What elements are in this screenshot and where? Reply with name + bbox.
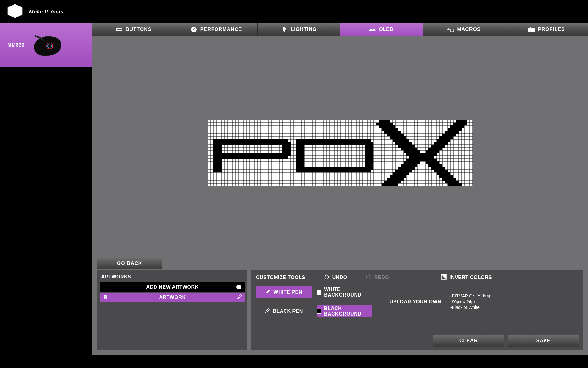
svg-rect-218 <box>233 139 236 142</box>
customize-tools-panel: CUSTOMIZE TOOLS UNDO REDO INVERT COLORS <box>251 270 583 350</box>
svg-rect-276 <box>213 142 216 145</box>
svg-rect-529 <box>406 161 409 164</box>
svg-rect-328 <box>362 142 365 145</box>
svg-rect-273 <box>442 139 445 142</box>
svg-rect-548 <box>401 164 404 167</box>
device-card[interactable]: MM830 <box>0 23 92 67</box>
tab-profiles[interactable]: PROFILES <box>505 23 588 36</box>
svg-rect-442 <box>302 153 304 156</box>
tab-buttons[interactable]: BUTTONS <box>92 23 175 36</box>
redo-icon <box>366 274 371 281</box>
oled-pixel-canvas[interactable] <box>208 120 473 186</box>
black-swatch-icon <box>317 309 321 314</box>
svg-rect-280 <box>224 142 227 145</box>
svg-rect-570 <box>318 167 321 170</box>
svg-rect-651 <box>445 172 448 175</box>
svg-rect-539 <box>213 164 216 167</box>
tab-macros[interactable]: M1 MACROS <box>423 23 506 36</box>
svg-rect-585 <box>360 167 362 170</box>
go-back-button[interactable]: GO BACK <box>97 258 162 269</box>
pencil-icon[interactable] <box>237 294 242 301</box>
svg-rect-511 <box>415 159 417 161</box>
upload-your-own-label[interactable]: UPLOAD YOUR OWN <box>390 299 441 305</box>
svg-rect-537 <box>434 161 437 164</box>
undo-button[interactable]: UNDO <box>324 274 347 281</box>
svg-rect-187 <box>453 131 456 134</box>
svg-rect-608 <box>307 170 310 172</box>
svg-rect-270 <box>406 139 409 142</box>
black-background-button[interactable]: BLACK BACKGROUND <box>317 305 372 317</box>
svg-rect-227 <box>258 139 260 142</box>
svg-rect-642 <box>393 172 395 175</box>
svg-rect-164 <box>456 125 459 128</box>
svg-rect-163 <box>453 125 456 128</box>
svg-rect-557 <box>437 164 439 167</box>
svg-rect-533 <box>417 161 420 164</box>
svg-rect-424 <box>247 153 249 156</box>
svg-rect-318 <box>335 142 337 145</box>
svg-rect-272 <box>439 139 442 142</box>
svg-rect-317 <box>332 142 335 145</box>
svg-rect-248 <box>324 139 326 142</box>
svg-rect-465 <box>236 156 238 159</box>
svg-rect-478 <box>271 156 274 159</box>
trash-icon[interactable] <box>103 294 107 301</box>
svg-rect-475 <box>263 156 266 159</box>
upload-notes: BITMAP ONLY(.bmp) 96px X 24px Black or W… <box>450 293 493 311</box>
svg-rect-611 <box>315 170 318 172</box>
svg-rect-440 <box>296 153 299 156</box>
invert-label: INVERT COLORS <box>450 275 492 280</box>
artwork-item[interactable]: ARTWORK <box>100 293 245 302</box>
svg-rect-487 <box>365 156 368 159</box>
redo-button: REDO <box>366 274 389 281</box>
svg-rect-159 <box>387 125 390 128</box>
svg-rect-175 <box>453 128 456 131</box>
svg-rect-680 <box>398 181 401 183</box>
white-pen-button[interactable]: WHITE PEN <box>256 286 312 298</box>
svg-rect-197 <box>448 134 450 136</box>
svg-rect-200 <box>390 136 393 139</box>
svg-rect-339 <box>437 142 439 145</box>
svg-rect-678 <box>393 181 395 183</box>
svg-rect-259 <box>354 139 357 142</box>
tab-oled[interactable]: OLED <box>340 23 423 36</box>
svg-rect-274 <box>445 139 448 142</box>
svg-rect-435 <box>277 153 280 156</box>
svg-rect-304 <box>296 142 299 145</box>
add-new-artwork-button[interactable]: ADD NEW ARTWORK + <box>100 282 245 292</box>
svg-rect-400 <box>371 150 373 153</box>
svg-rect-433 <box>271 153 274 156</box>
black-pen-button[interactable]: BLACK PEN <box>256 305 312 317</box>
svg-rect-553 <box>415 164 417 167</box>
svg-rect-522 <box>296 161 299 164</box>
tab-performance[interactable]: PERFORMANCE <box>175 23 258 36</box>
svg-rect-182 <box>395 131 398 134</box>
svg-rect-532 <box>415 161 417 164</box>
svg-rect-201 <box>393 136 395 139</box>
invert-colors-button[interactable]: INVERT COLORS <box>441 274 492 281</box>
svg-rect-675 <box>384 181 387 183</box>
white-background-button[interactable]: WHITE BACKGROUND <box>317 286 372 298</box>
svg-rect-656 <box>398 175 401 178</box>
tab-lighting[interactable]: LIGHTING <box>258 23 340 36</box>
svg-rect-418 <box>230 153 233 156</box>
save-button[interactable]: SAVE <box>508 335 579 347</box>
svg-rect-576 <box>335 167 337 170</box>
white-pen-label: WHITE PEN <box>273 289 302 295</box>
svg-rect-454 <box>428 153 431 156</box>
svg-rect-334 <box>401 142 404 145</box>
svg-rect-549 <box>404 164 406 167</box>
clear-button[interactable]: CLEAR <box>433 335 504 347</box>
svg-rect-228 <box>260 139 263 142</box>
svg-rect-457 <box>213 156 216 159</box>
svg-rect-352 <box>365 145 368 148</box>
svg-rect-173 <box>448 128 450 131</box>
svg-rect-207 <box>442 136 445 139</box>
svg-rect-464 <box>233 156 236 159</box>
svg-rect-235 <box>280 139 282 142</box>
svg-rect-223 <box>247 139 249 142</box>
svg-rect-309 <box>310 142 313 145</box>
svg-rect-564 <box>302 167 304 170</box>
svg-rect-278 <box>219 142 222 145</box>
svg-rect-612 <box>318 170 321 172</box>
